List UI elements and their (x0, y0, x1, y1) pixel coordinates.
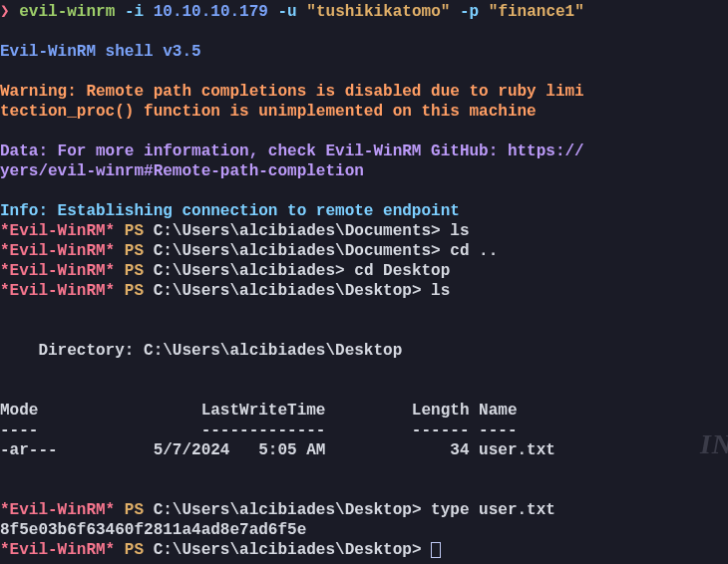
shell-cmd: cd Desktop (354, 262, 450, 280)
shell-cmd: ls (431, 282, 450, 300)
ps-label: PS (125, 501, 144, 519)
shell-line-3: *Evil-WinRM* PS C:\Users\alcibiades> cd … (0, 261, 728, 281)
shell-cmd: type user.txt (431, 501, 555, 519)
shell-path: C:\Users\alcibiades\Documents> (154, 242, 441, 260)
prompt-symbol: ❯ (0, 3, 10, 21)
ps-label: PS (125, 541, 144, 559)
ps-label: PS (125, 282, 144, 300)
command-binary: evil-winrm (19, 3, 115, 21)
data-line-2: yers/evil-winrm#Remote-path-completion (0, 161, 728, 181)
data-line-1: Data: For more information, check Evil-W… (0, 141, 728, 161)
shell-prefix: *Evil-WinRM* (0, 282, 115, 300)
shell-path: C:\Users\alcibiades> (154, 262, 345, 280)
shell-prefix: *Evil-WinRM* (0, 262, 115, 280)
shell-line-2: *Evil-WinRM* PS C:\Users\alcibiades\Docu… (0, 241, 728, 261)
directory-label: Directory: C:\Users\alcibiades\Desktop (0, 341, 728, 361)
shell-line-cursor[interactable]: *Evil-WinRM* PS C:\Users\alcibiades\Desk… (0, 540, 728, 560)
flag-p: -p (460, 3, 479, 21)
pass-value: "finance1" (489, 3, 584, 21)
ps-label: PS (125, 262, 144, 280)
user-value: "tushikikatomo" (306, 3, 450, 21)
listing-header: Mode LastWriteTime Length Name (0, 401, 728, 421)
shell-path: C:\Users\alcibiades\Documents> (154, 222, 441, 240)
shell-cmd: ls (450, 222, 469, 240)
shell-prefix: *Evil-WinRM* (0, 222, 115, 240)
banner-line: Evil-WinRM shell v3.5 (0, 42, 728, 62)
ps-label: PS (125, 242, 144, 260)
flag-output: 8f5e03b6f63460f2811a4ad8e7ad6f5e (0, 520, 728, 540)
flag-i: -i (125, 3, 144, 21)
warning-line-1: Warning: Remote path completions is disa… (0, 82, 728, 102)
cursor-icon (431, 542, 441, 558)
listing-divider: ---- ------------- ------ ---- (0, 421, 728, 440)
shell-path: C:\Users\alcibiades\Desktop> (154, 501, 422, 519)
terminal-output: ❯ evil-winrm -i 10.10.10.179 -u "tushiki… (0, 0, 728, 562)
ps-label: PS (125, 222, 144, 240)
flag-u: -u (278, 3, 297, 21)
shell-line-1: *Evil-WinRM* PS C:\Users\alcibiades\Docu… (0, 221, 728, 241)
shell-line-4: *Evil-WinRM* PS C:\Users\alcibiades\Desk… (0, 281, 728, 301)
listing-row: -ar--- 5/7/2024 5:05 AM 34 user.txt (0, 440, 728, 460)
shell-prefix: *Evil-WinRM* (0, 501, 115, 519)
ip-value: 10.10.10.179 (154, 3, 268, 21)
shell-line-type: *Evil-WinRM* PS C:\Users\alcibiades\Desk… (0, 500, 728, 520)
command-line: ❯ evil-winrm -i 10.10.10.179 -u "tushiki… (0, 2, 728, 22)
warning-line-2: tection_proc() function is unimplemented… (0, 102, 728, 122)
shell-prefix: *Evil-WinRM* (0, 541, 115, 559)
shell-path: C:\Users\alcibiades\Desktop> (154, 541, 422, 559)
info-line: Info: Establishing connection to remote … (0, 201, 728, 221)
shell-prefix: *Evil-WinRM* (0, 242, 115, 260)
shell-cmd: cd .. (450, 242, 498, 260)
shell-path: C:\Users\alcibiades\Desktop> (154, 282, 422, 300)
